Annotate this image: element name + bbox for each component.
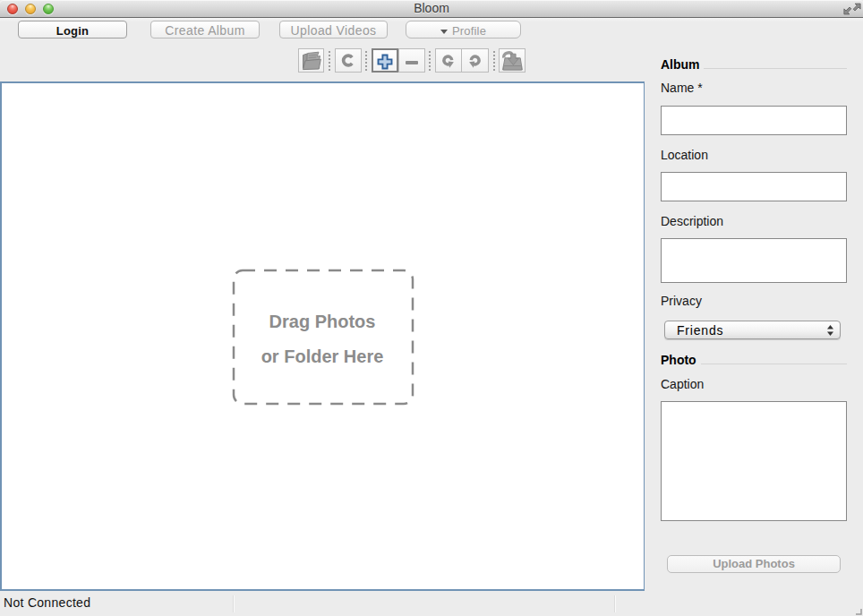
svg-text:or Folder Here: or Folder Here [261,346,384,366]
svg-text:Drag Photos: Drag Photos [269,312,376,331]
